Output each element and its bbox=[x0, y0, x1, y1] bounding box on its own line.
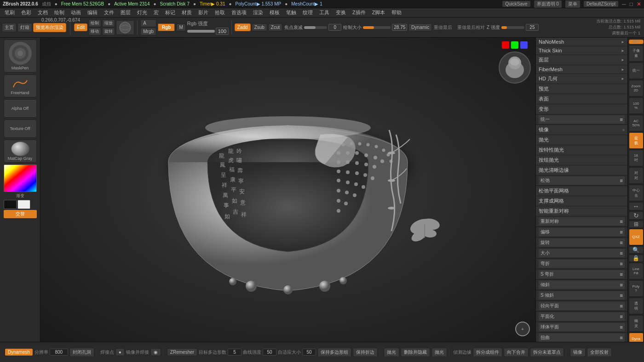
slider-size[interactable]: 大小≡ bbox=[536, 248, 627, 259]
bpr-btn[interactable]: BPR bbox=[629, 40, 644, 44]
zoom-widget[interactable]: + bbox=[515, 322, 530, 336]
menu-marker[interactable]: 标记 bbox=[162, 8, 178, 17]
panel-deform[interactable]: 变形 bbox=[536, 104, 627, 114]
split-group-btn[interactable]: 拆分成组件 bbox=[473, 348, 502, 357]
m-btn[interactable]: M bbox=[176, 23, 185, 31]
move-mode-btn[interactable]: 移动 bbox=[88, 28, 101, 35]
tab-preview-bool[interactable]: 预览布尔渲染 bbox=[33, 23, 66, 32]
menu-texture[interactable]: 纹理 bbox=[300, 8, 316, 17]
curve-strength-input[interactable] bbox=[263, 349, 276, 356]
menu-stroke[interactable]: 笔触 bbox=[283, 8, 299, 17]
menu-prefs[interactable]: 首选项 bbox=[229, 8, 249, 17]
texture-selector[interactable]: Texture Off bbox=[4, 119, 37, 138]
last-used-rel-label[interactable]: 重做最后相对 bbox=[457, 25, 485, 30]
menu-label[interactable]: 菜单 bbox=[565, 0, 580, 8]
close-holes-btn[interactable]: 封闭孔洞 bbox=[69, 348, 94, 357]
panel-polish[interactable]: 抛光 bbox=[536, 135, 627, 145]
panel-thick-skin[interactable]: Thick Skin ► bbox=[536, 46, 627, 55]
slider-tilt[interactable]: 倾斜≡ bbox=[536, 280, 627, 290]
sub-pixel-btn[interactable]: 子像素 bbox=[629, 45, 644, 62]
all-proj-btn[interactable]: 全部投射 bbox=[587, 348, 612, 357]
down-merge-btn[interactable]: 向下合并 bbox=[504, 348, 529, 357]
zadd-btn[interactable]: Zadd bbox=[235, 23, 251, 31]
menu-document[interactable]: 文档 bbox=[35, 8, 51, 17]
menu-animation[interactable]: 动画 bbox=[68, 8, 84, 17]
menu-movie[interactable]: 影片 bbox=[196, 8, 211, 17]
slider-bend[interactable]: 弯折≡ bbox=[536, 259, 627, 269]
mirror-btn[interactable]: 镜像 bbox=[570, 348, 586, 357]
panel-face-layer[interactable]: 面层 ► bbox=[536, 55, 627, 65]
weld-points-btn[interactable]: ● bbox=[115, 348, 125, 356]
quick-save-btn[interactable]: QuickSave bbox=[502, 1, 530, 7]
zoom100-btn[interactable]: 100% bbox=[629, 97, 644, 114]
panel-polish-crisp[interactable]: 抛光清晰边缘 bbox=[536, 165, 627, 175]
polish-btn[interactable]: 抛光 bbox=[384, 348, 399, 357]
maximize-btn[interactable]: □ bbox=[630, 1, 633, 7]
exchange-btn[interactable]: 交替 bbox=[4, 210, 37, 218]
focal-shift-slider[interactable] bbox=[304, 26, 327, 29]
zsub-btn[interactable]: Zsub bbox=[252, 23, 267, 31]
z-intensity-slider[interactable] bbox=[501, 26, 524, 29]
zremesher-btn[interactable]: ZRemesher bbox=[167, 348, 197, 356]
draw-size-slider[interactable] bbox=[363, 26, 391, 29]
mirror-weld-btn[interactable]: ◉ bbox=[150, 348, 161, 356]
qxz-btn[interactable]: QXZ bbox=[629, 229, 644, 245]
menu-layer[interactable]: 图层 bbox=[118, 8, 133, 17]
menu-zplugin[interactable]: Z插件 bbox=[350, 8, 368, 17]
background-color[interactable] bbox=[17, 200, 30, 209]
center-btn[interactable]: 中心去 bbox=[629, 185, 644, 201]
zoom2d-btn[interactable]: Zoom2D bbox=[629, 80, 644, 96]
rotate-icon-btn[interactable]: ↻ bbox=[629, 211, 644, 220]
move-icon-btn[interactable]: ↔ bbox=[629, 202, 644, 210]
color-swatch[interactable] bbox=[4, 164, 37, 192]
menu-zscript[interactable]: Z脚本 bbox=[369, 8, 388, 17]
ghost-btn[interactable]: 幽灵 bbox=[629, 315, 644, 332]
slider-unify[interactable]: 统一≡ bbox=[536, 114, 627, 125]
slider-sbend[interactable]: S 弯折≡ bbox=[536, 269, 627, 280]
align-btn[interactable]: 对对 bbox=[629, 167, 644, 184]
slider-twist[interactable]: 扭曲≡ bbox=[536, 333, 627, 342]
split-unmasked-btn[interactable]: 拆分未遮罩点 bbox=[530, 348, 564, 357]
dynamic-fr-btn[interactable]: Dynamic bbox=[629, 333, 644, 342]
edit-btn[interactable]: Edit bbox=[74, 23, 87, 31]
menu-color[interactable]: 色彩 bbox=[18, 8, 34, 17]
zcut-btn[interactable]: Zcut bbox=[268, 23, 282, 31]
draw-mode-btn[interactable]: 绘制 bbox=[88, 19, 101, 27]
minimize-btn[interactable]: ─ bbox=[622, 1, 626, 7]
lock-btn[interactable]: 🔒 bbox=[629, 255, 644, 262]
menu-help[interactable]: 帮助 bbox=[389, 8, 404, 17]
fr-search-btn[interactable]: 🔍 bbox=[629, 246, 644, 254]
panel-relax-planar[interactable]: 松弛平面网格 bbox=[536, 186, 627, 196]
menu-render[interactable]: 渲染 bbox=[250, 8, 266, 17]
panel-fiber-mesh[interactable]: FiberMesh ► bbox=[536, 65, 627, 74]
freehand-selector[interactable]: FreeHand bbox=[4, 74, 37, 97]
dynamic-btn[interactable]: Dynamic bbox=[408, 23, 432, 31]
window-transparent[interactable]: 界面透明 0 bbox=[534, 0, 562, 8]
alpha-btn[interactable]: A bbox=[140, 19, 156, 27]
menu-file[interactable]: 文件 bbox=[101, 8, 117, 17]
scale-icon-btn[interactable]: ⊞ bbox=[629, 221, 644, 228]
viewport[interactable]: 龍吟 虎嘯 福壽 康寧 平安 如意 吉祥 龍 鳳 呈 祥 萬 事 如 bbox=[40, 38, 535, 342]
target-poly-input[interactable] bbox=[228, 349, 242, 356]
menu-macro[interactable]: 宏 bbox=[151, 8, 161, 17]
panel-support-mesh[interactable]: 支撑成网格 bbox=[536, 196, 627, 206]
rgb-intensity-slider[interactable] bbox=[187, 30, 215, 33]
ac50-btn[interactable]: AC50% bbox=[629, 115, 644, 131]
menu-transform[interactable]: 变换 bbox=[333, 8, 349, 17]
keep-crease-btn[interactable]: 保持折边 bbox=[353, 348, 378, 357]
close-btn[interactable]: ✕ bbox=[637, 1, 641, 7]
menu-light[interactable]: 灯光 bbox=[134, 8, 150, 17]
menu-template[interactable]: 模板 bbox=[267, 8, 282, 17]
hide-show-btn[interactable]: 删除并隐藏 bbox=[401, 348, 430, 357]
resolution-input[interactable] bbox=[50, 349, 68, 356]
dynamesh-btn[interactable]: Dynamesh bbox=[5, 348, 33, 356]
mrgb-btn[interactable]: Mrgb bbox=[140, 28, 156, 35]
tab-lightbox[interactable]: 灯箱 bbox=[17, 23, 32, 32]
panel-polish-by-groups[interactable]: 按组抛光 bbox=[536, 155, 627, 165]
menu-edit[interactable]: 编辑 bbox=[85, 8, 100, 17]
menu-brushes[interactable]: 笔刷 bbox=[2, 8, 17, 17]
default-zscript[interactable]: DefaultZScript bbox=[584, 1, 618, 7]
sphere-tool[interactable] bbox=[116, 20, 134, 35]
menu-draw[interactable]: 绘制 bbox=[52, 8, 67, 17]
menu-material[interactable]: 材质 bbox=[179, 8, 195, 17]
